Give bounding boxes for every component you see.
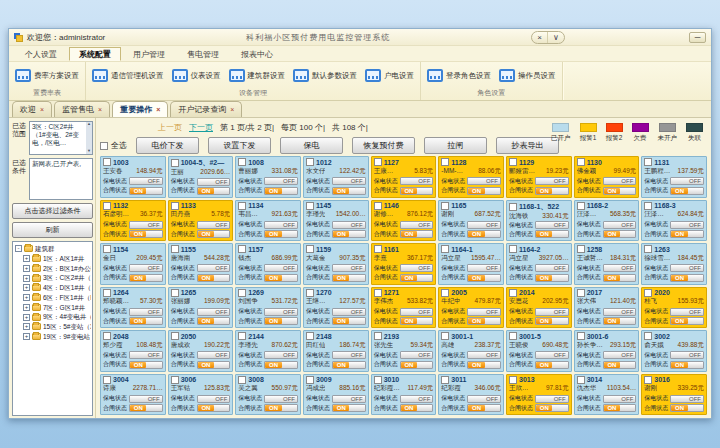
protect-toggle[interactable]: OFF bbox=[264, 264, 298, 272]
protect-toggle[interactable]: OFF bbox=[670, 308, 704, 316]
next-page-link[interactable]: 下一页 bbox=[189, 122, 213, 133]
menu-tab-用户管理[interactable]: 用户管理 bbox=[123, 47, 175, 61]
gate-toggle[interactable]: ON bbox=[197, 230, 231, 238]
gate-toggle[interactable]: ON bbox=[197, 274, 231, 282]
protect-toggle[interactable]: OFF bbox=[264, 351, 298, 359]
ribbon-button-建筑群设置[interactable]: 建筑群设置 bbox=[229, 69, 286, 82]
menu-tab-报表中心[interactable]: 报表中心 bbox=[231, 47, 283, 61]
toolbar-button-拉闸[interactable]: 拉闸 bbox=[424, 137, 487, 154]
protect-toggle[interactable]: OFF bbox=[535, 177, 569, 185]
protect-toggle[interactable]: OFF bbox=[197, 308, 231, 316]
gate-toggle[interactable]: ON bbox=[129, 361, 163, 369]
gate-toggle[interactable]: ON bbox=[603, 404, 637, 412]
select-all[interactable]: 全选 bbox=[100, 140, 127, 151]
card-checkbox[interactable] bbox=[441, 158, 449, 166]
ribbon-button-操作员设置[interactable]: 操作员设置 bbox=[499, 69, 556, 82]
expand-icon[interactable]: + bbox=[23, 323, 30, 330]
card-checkbox[interactable] bbox=[577, 332, 585, 340]
protect-toggle[interactable]: OFF bbox=[467, 351, 501, 359]
card-checkbox[interactable] bbox=[577, 158, 585, 166]
protect-toggle[interactable]: OFF bbox=[603, 264, 637, 272]
protect-toggle[interactable]: OFF bbox=[264, 308, 298, 316]
gate-toggle[interactable]: ON bbox=[535, 404, 569, 412]
gate-toggle[interactable]: ON bbox=[603, 187, 637, 195]
select-all-checkbox[interactable] bbox=[100, 142, 108, 150]
expand-icon[interactable]: + bbox=[23, 314, 30, 321]
gate-toggle[interactable]: ON bbox=[264, 274, 298, 282]
close-tab-icon[interactable]: × bbox=[40, 106, 44, 113]
gate-toggle[interactable]: ON bbox=[467, 274, 501, 282]
gate-toggle[interactable]: ON bbox=[129, 187, 163, 195]
card-checkbox[interactable] bbox=[306, 376, 314, 384]
gate-toggle[interactable]: ON bbox=[129, 230, 163, 238]
gate-toggle[interactable]: ON bbox=[197, 404, 231, 412]
protect-toggle[interactable]: OFF bbox=[467, 221, 501, 229]
tree-item[interactable]: +2区：B区1#办公区 bbox=[15, 264, 91, 274]
gate-toggle[interactable]: ON bbox=[197, 187, 231, 195]
protect-toggle[interactable]: OFF bbox=[332, 264, 366, 272]
tree-item[interactable]: +4区：D区1#井（D… bbox=[15, 283, 91, 293]
gate-toggle[interactable]: ON bbox=[467, 317, 501, 325]
card-checkbox[interactable] bbox=[103, 202, 111, 210]
card-checkbox[interactable] bbox=[577, 289, 585, 297]
tree-item[interactable]: +15区：5#变站（3… bbox=[15, 322, 91, 332]
protect-toggle[interactable]: OFF bbox=[400, 395, 434, 403]
expand-icon[interactable]: + bbox=[23, 275, 30, 282]
gate-toggle[interactable]: ON bbox=[129, 317, 163, 325]
gate-toggle[interactable]: ON bbox=[400, 361, 434, 369]
card-checkbox[interactable] bbox=[509, 158, 517, 166]
gate-toggle[interactable]: ON bbox=[400, 274, 434, 282]
protect-toggle[interactable]: OFF bbox=[197, 395, 231, 403]
protect-toggle[interactable]: OFF bbox=[332, 395, 366, 403]
tree-item[interactable]: +7区：G区1#井 bbox=[15, 303, 91, 313]
card-checkbox[interactable] bbox=[509, 332, 517, 340]
gate-toggle[interactable]: ON bbox=[467, 187, 501, 195]
menu-tab-个人设置[interactable]: 个人设置 bbox=[15, 47, 67, 61]
protect-toggle[interactable]: OFF bbox=[535, 351, 569, 359]
card-checkbox[interactable] bbox=[644, 289, 652, 297]
card-checkbox[interactable] bbox=[103, 332, 111, 340]
ribbon-button-费率方案设置[interactable]: 费率方案设置 bbox=[15, 69, 79, 82]
doc-tab-欢迎[interactable]: 欢迎× bbox=[12, 101, 52, 117]
expand-icon[interactable]: + bbox=[23, 333, 30, 340]
protect-toggle[interactable]: OFF bbox=[670, 177, 704, 185]
protect-toggle[interactable]: OFF bbox=[264, 221, 298, 229]
card-checkbox[interactable] bbox=[509, 376, 517, 384]
card-checkbox[interactable] bbox=[171, 245, 179, 253]
gate-toggle[interactable]: ON bbox=[332, 187, 366, 195]
gate-toggle[interactable]: ON bbox=[197, 361, 231, 369]
card-checkbox[interactable] bbox=[441, 202, 449, 210]
protect-toggle[interactable]: OFF bbox=[332, 177, 366, 185]
gate-toggle[interactable]: ON bbox=[264, 361, 298, 369]
expand-icon[interactable]: + bbox=[23, 265, 30, 272]
tree-root-item[interactable]: - 建筑群 bbox=[15, 244, 91, 254]
gate-toggle[interactable]: ON bbox=[332, 230, 366, 238]
card-checkbox[interactable] bbox=[374, 376, 382, 384]
card-checkbox[interactable] bbox=[306, 289, 314, 297]
gate-toggle[interactable]: ON bbox=[603, 361, 637, 369]
gate-toggle[interactable]: ON bbox=[670, 274, 704, 282]
gate-toggle[interactable]: ON bbox=[535, 274, 569, 282]
card-checkbox[interactable] bbox=[509, 203, 517, 211]
gate-toggle[interactable]: ON bbox=[603, 274, 637, 282]
card-checkbox[interactable] bbox=[441, 332, 449, 340]
ribbon-button-默认参数设置[interactable]: 默认参数设置 bbox=[293, 69, 357, 82]
gate-toggle[interactable]: ON bbox=[264, 404, 298, 412]
gate-toggle[interactable]: ON bbox=[400, 317, 434, 325]
gate-toggle[interactable]: ON bbox=[670, 361, 704, 369]
card-checkbox[interactable] bbox=[374, 158, 382, 166]
card-checkbox[interactable] bbox=[306, 332, 314, 340]
protect-toggle[interactable]: OFF bbox=[129, 308, 163, 316]
tree-item[interactable]: +19区：9#变电站（… bbox=[15, 332, 91, 342]
card-checkbox[interactable] bbox=[171, 159, 179, 167]
tree-item[interactable]: +3区：C区2#井（1#变… bbox=[15, 273, 91, 283]
card-checkbox[interactable] bbox=[306, 202, 314, 210]
card-checkbox[interactable] bbox=[441, 376, 449, 384]
gate-toggle[interactable]: ON bbox=[264, 187, 298, 195]
card-checkbox[interactable] bbox=[374, 202, 382, 210]
choose-filter-button[interactable]: 点击选择过滤条件 bbox=[12, 203, 93, 219]
gate-toggle[interactable]: ON bbox=[670, 404, 704, 412]
protect-toggle[interactable]: OFF bbox=[670, 395, 704, 403]
gate-toggle[interactable]: ON bbox=[332, 317, 366, 325]
gate-toggle[interactable]: ON bbox=[535, 230, 569, 238]
